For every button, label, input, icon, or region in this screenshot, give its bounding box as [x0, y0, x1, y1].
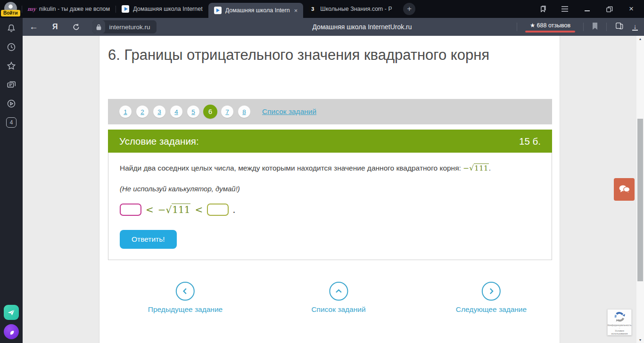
login-badge[interactable]: Войти	[1, 10, 20, 16]
music-site-favicon: my	[28, 5, 35, 13]
url-text[interactable]: interneturok.ru	[109, 24, 150, 31]
toolbar-page-title: Домашняя школа InternetUrok.ru	[164, 23, 560, 31]
down-arrow-glyph: ↓	[634, 24, 637, 29]
support-chat-button[interactable]	[614, 178, 635, 201]
answer-button[interactable]: Ответить!	[120, 230, 177, 249]
task-list-link[interactable]: Список заданий	[262, 107, 316, 116]
tab-title: nikulin - ты даже не вспом	[39, 6, 110, 12]
condition-label: Условие задания:	[119, 136, 199, 147]
task-pagination: 1 2 3 4 5 6 7 8 Список заданий	[108, 99, 552, 124]
downloads-icon[interactable]: ↓	[632, 24, 638, 31]
points-badge: 15 б.	[519, 136, 541, 147]
task-number-6-active[interactable]: 6	[203, 105, 217, 119]
task-page-title: 6. Границы отрицательного значения квадр…	[108, 45, 537, 65]
close-window-icon[interactable]: ×	[627, 5, 636, 13]
task-list-label[interactable]: Список заданий	[311, 305, 365, 314]
task-condition-header: Условие задания: 15 б.	[108, 130, 552, 153]
divider	[583, 23, 584, 31]
task-number-2[interactable]: 2	[136, 106, 149, 118]
scrollbar-thumb[interactable]	[637, 119, 643, 281]
interneturok-favicon	[214, 7, 222, 14]
scroll-up-arrow[interactable]: ▲	[636, 37, 644, 41]
task-number-3[interactable]: 3	[153, 106, 165, 118]
lower-bound-input[interactable]	[120, 204, 141, 216]
task-list-button[interactable]: Список заданий	[311, 282, 365, 314]
menu-icon[interactable]	[561, 5, 569, 13]
scroll-down-arrow[interactable]: ▼	[636, 338, 644, 342]
tab-interneturok-active[interactable]: Домашняя школа Intern ×	[208, 3, 304, 18]
znanija-favicon: 3	[309, 5, 316, 13]
recaptcha-terms[interactable]: Конфиденциальность - Условия использован…	[608, 324, 632, 335]
task-number-5[interactable]: 5	[187, 106, 199, 118]
history-clock-icon[interactable]	[6, 41, 17, 53]
chat-bubbles-icon	[618, 183, 631, 196]
tab-title: Школьные Знания.com - Р	[320, 6, 392, 12]
page-content: 6. Границы отрицательного значения квадр…	[23, 36, 636, 343]
browser-sidebar: 4	[0, 18, 23, 343]
video-play-icon[interactable]	[6, 98, 17, 109]
notifications-bell-icon[interactable]	[6, 23, 17, 34]
tab-close-icon[interactable]: ×	[294, 7, 298, 14]
period: .	[232, 204, 235, 215]
page-scrollbar[interactable]: ▲ ▼	[636, 36, 644, 343]
task-navigation: Предыдущее задание Список заданий Следую…	[108, 282, 552, 329]
rating-bar	[525, 31, 575, 33]
task-number-4[interactable]: 4	[170, 106, 182, 118]
secure-lock-icon[interactable]	[92, 20, 105, 33]
tab-count: 4	[6, 117, 17, 128]
math-expression: −√111	[463, 163, 488, 172]
interneturok-favicon	[122, 5, 129, 13]
next-task-button[interactable]: Следующее задание	[456, 282, 527, 314]
window-controls: ×	[538, 5, 644, 13]
sidebar-bottom	[4, 305, 19, 343]
less-than-sign: <	[146, 204, 154, 215]
task-number-1[interactable]: 1	[119, 106, 132, 118]
bookmarks-panel-icon[interactable]	[538, 5, 547, 13]
collections-icon[interactable]	[615, 22, 624, 32]
task-hint: (Не используй калькулятор, думай!)	[120, 185, 240, 193]
new-tab-button[interactable]: +	[403, 3, 415, 15]
recaptcha-badge[interactable]: Конфиденциальность - Условия использован…	[607, 309, 632, 335]
task-number-8[interactable]: 8	[238, 106, 250, 118]
bookmarks-star-icon[interactable]	[6, 60, 17, 72]
question-text: Найди два соседних целых числа, между ко…	[120, 164, 463, 172]
task-card: Найди два соседних целых числа, между ко…	[108, 153, 552, 260]
prev-task-button[interactable]: Предыдущее задание	[148, 282, 223, 314]
recaptcha-logo	[613, 311, 626, 323]
bookmark-flag-icon[interactable]	[592, 22, 598, 32]
chevron-up-icon[interactable]	[329, 282, 348, 301]
answer-formula: < −√111 < .	[120, 204, 236, 216]
tab-bar: Войти my nikulin - ты даже не вспом Дома…	[0, 0, 644, 18]
address-toolbar: ← Я interneturok.ru Домашняя школа Inter…	[23, 18, 644, 36]
alice-assistant-button[interactable]	[4, 324, 19, 339]
feed-cards-icon[interactable]	[6, 79, 17, 90]
divider	[606, 23, 607, 31]
less-than-sign: <	[195, 204, 203, 215]
profile-area[interactable]: Войти	[0, 0, 22, 18]
prev-task-label[interactable]: Предыдущее задание	[148, 305, 223, 314]
tab-znanija[interactable]: 3 Школьные Знания.com - Р	[303, 0, 397, 18]
chevron-right-icon[interactable]	[482, 282, 501, 301]
tab-title: Домашняя школа Intern	[225, 7, 290, 14]
upper-bound-input[interactable]	[207, 204, 229, 216]
yandex-logo-button[interactable]: Я	[52, 23, 58, 31]
minimize-icon[interactable]	[583, 5, 591, 13]
address-bar[interactable]: interneturok.ru	[92, 20, 157, 33]
reload-icon[interactable]	[72, 23, 80, 31]
alice-icon	[7, 327, 16, 336]
paper-plane-icon	[7, 308, 16, 317]
task-question: Найди два соседних целых числа, между ко…	[120, 164, 491, 172]
browser-window: Войти my nikulin - ты даже не вспом Дома…	[0, 0, 644, 343]
chevron-left-icon[interactable]	[176, 282, 195, 301]
task-number-7[interactable]: 7	[221, 106, 233, 118]
restore-icon[interactable]	[605, 5, 613, 13]
tab-interneturok-1[interactable]: Домашняя школа Internet	[116, 0, 208, 18]
back-button[interactable]: ←	[29, 22, 38, 32]
lesson-panel: 6. Границы отрицательного значения квадр…	[99, 36, 560, 343]
math-expression: −√111	[158, 204, 191, 215]
tab-counter-button[interactable]: 4	[6, 117, 17, 128]
next-task-label[interactable]: Следующее задание	[456, 305, 527, 314]
tab-title: Домашняя школа Internet	[133, 6, 202, 12]
tab-music[interactable]: my nikulin - ты даже не вспом	[22, 0, 116, 18]
messenger-button[interactable]	[4, 305, 19, 320]
